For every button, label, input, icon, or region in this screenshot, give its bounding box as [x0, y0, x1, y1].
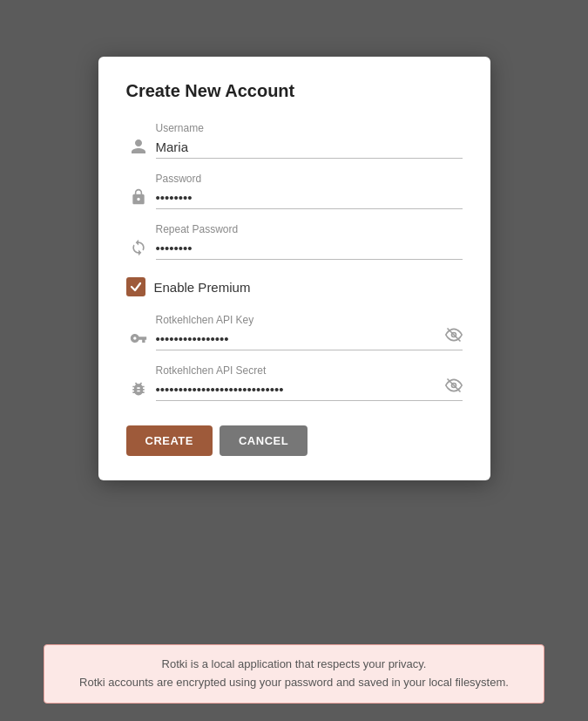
password-label: Password: [156, 173, 463, 185]
username-input[interactable]: [156, 136, 463, 159]
premium-row: Enable Premium: [126, 277, 463, 296]
repeat-icon: [126, 239, 151, 256]
api-secret-input[interactable]: [156, 378, 463, 401]
api-key-label: Rotkehlchen API Key: [156, 314, 463, 326]
api-secret-field-row: Rotkehlchen API Secret: [126, 364, 463, 401]
repeat-password-label: Repeat Password: [156, 223, 463, 235]
dialog-title: Create New Account: [126, 81, 463, 101]
password-field-row: Password: [126, 173, 463, 209]
api-key-field-row: Rotkehlchen API Key: [126, 314, 463, 350]
bottom-bar-line1: Rotki is a local application that respec…: [62, 656, 526, 674]
key-icon: [126, 330, 151, 347]
api-key-input[interactable]: [156, 328, 463, 350]
api-secret-group: Rotkehlchen API Secret: [156, 364, 463, 401]
repeat-password-field-row: Repeat Password: [126, 223, 463, 260]
bottom-bar-line2: Rotki accounts are encrypted using your …: [62, 674, 526, 692]
repeat-password-input[interactable]: [156, 237, 463, 260]
username-field-row: Username: [126, 122, 463, 159]
cancel-button[interactable]: CANCEL: [220, 425, 308, 456]
premium-checkbox[interactable]: [126, 277, 145, 296]
password-group: Password: [156, 173, 463, 209]
repeat-password-group: Repeat Password: [156, 223, 463, 260]
overlay: Create New Account Username Password: [0, 0, 588, 721]
api-secret-wrapper: [156, 378, 463, 401]
api-key-eye-icon[interactable]: [445, 326, 463, 347]
create-button[interactable]: CREATE: [126, 425, 213, 456]
bottom-bar: Rotki is a local application that respec…: [44, 644, 544, 704]
user-icon: [126, 138, 151, 155]
username-label: Username: [156, 122, 463, 134]
api-secret-label: Rotkehlchen API Secret: [156, 364, 463, 377]
lock-icon: [126, 188, 151, 206]
username-group: Username: [156, 122, 463, 159]
premium-label: Enable Premium: [154, 280, 251, 295]
button-row: CREATE CANCEL: [126, 425, 463, 456]
dialog: Create New Account Username Password: [98, 57, 490, 480]
api-secret-eye-icon[interactable]: [445, 377, 463, 398]
api-key-group: Rotkehlchen API Key: [156, 314, 463, 350]
password-input[interactable]: [156, 187, 463, 209]
bug-icon: [126, 380, 151, 398]
api-key-wrapper: [156, 328, 463, 350]
